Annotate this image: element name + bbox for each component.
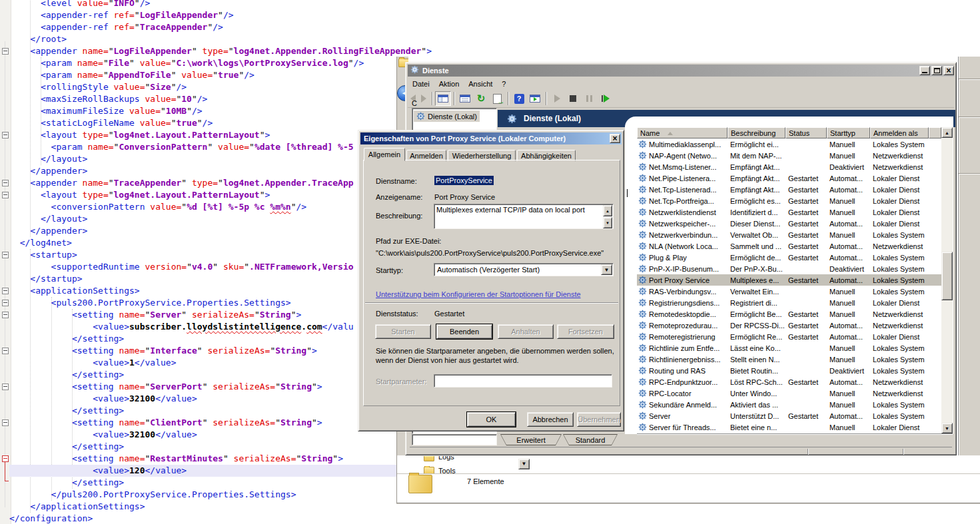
stop-service-icon[interactable] — [565, 91, 581, 106]
service-row[interactable]: Remotedesktopdie...Ermöglicht Be...Gesta… — [637, 308, 941, 320]
service-row[interactable]: Net.Pipe-Listenera...Empfängt Akt...Gest… — [637, 172, 941, 184]
service-row[interactable]: ServerUnterstützt D...GestartetAutomat..… — [637, 410, 941, 421]
code-line[interactable]: <conversionPattern value="%d [%t] %-5p %… — [9, 201, 306, 213]
code-line[interactable]: <applicationSettings> — [9, 285, 140, 297]
folder-item[interactable]: Logs — [424, 455, 454, 463]
code-line[interactable]: <param name="AppendToFile" value="true"/… — [9, 69, 254, 81]
services-titlebar[interactable]: Dienste × — [408, 65, 954, 77]
column-header-name[interactable]: Name — [637, 127, 728, 138]
service-row[interactable]: NAP-Agent (Netwo...Mit dem NAP-...Manuel… — [637, 150, 941, 161]
code-line[interactable]: <appender name="LogFileAppender" type="l… — [9, 45, 432, 57]
service-row[interactable]: RPC-LocatorUnter Windo...ManuellNetzwerk… — [637, 388, 941, 399]
startup-type-combobox[interactable]: Automatisch (Verzögerter Start) ▼ — [434, 263, 614, 276]
code-line[interactable]: </appender> — [9, 225, 87, 237]
fold-marker-icon[interactable] — [2, 252, 9, 258]
service-row[interactable]: Net.Msmq-Listener...Empfängt Akt...Deakt… — [637, 161, 941, 172]
scroll-up-icon[interactable]: ▲ — [941, 127, 953, 138]
maximize-button[interactable] — [931, 66, 942, 75]
code-line[interactable]: </setting> — [9, 477, 124, 489]
fold-marker-icon[interactable] — [2, 48, 9, 55]
menu-item-aktion[interactable]: Aktion — [434, 79, 464, 89]
service-row[interactable]: Net.Tcp-Listenerad...Empfängt Akt...Gest… — [637, 184, 941, 195]
code-line[interactable]: </appender> — [9, 165, 87, 177]
startup-options-help-link[interactable]: Unterstützung beim Konfigurieren der Sta… — [376, 290, 581, 298]
service-row[interactable]: Richtlinienergebniss...Stellt einen N...… — [637, 354, 941, 365]
help-icon[interactable]: ? — [511, 91, 527, 106]
fold-marker-icon[interactable] — [2, 419, 9, 426]
properties-icon[interactable] — [457, 91, 473, 106]
description-scroll-up-icon[interactable]: ▲ — [603, 205, 612, 216]
fold-marker-icon[interactable] — [2, 180, 9, 186]
apply-button[interactable]: Übernehmen — [577, 412, 621, 427]
service-row[interactable]: RPC-Endpunktzuor...Löst RPC-Sch...Gestar… — [637, 376, 941, 388]
service-row[interactable]: Richtlinie zum Entfe...Lässt eine Ko...M… — [637, 342, 941, 354]
service-row[interactable]: Registrierungsdiens...Registriert di...M… — [637, 297, 941, 308]
code-line[interactable]: <setting name="RestartMinutes" serialize… — [9, 453, 343, 465]
service-row[interactable]: Port Proxy ServiceMultiplexes e...Gestar… — [637, 274, 941, 286]
code-line[interactable]: <appender name="TraceAppender" type="log… — [9, 177, 354, 189]
service-row[interactable]: Remoteprozedurau...Der RPCSS-Di...Gestar… — [637, 320, 941, 331]
code-line[interactable]: </setting> — [9, 441, 124, 453]
service-name-value[interactable]: PortProxyService — [434, 176, 494, 185]
scrollbar-thumb[interactable] — [941, 252, 953, 300]
fold-marker-icon[interactable] — [2, 312, 9, 318]
code-line[interactable]: </setting> — [9, 369, 124, 381]
description-scroll-down-icon[interactable]: ▼ — [603, 217, 612, 228]
code-line[interactable]: <puls200.PortProxyService.Properties.Set… — [9, 297, 291, 309]
code-line[interactable]: <maxSizeRollBackups value="10"/> — [9, 93, 207, 105]
refresh-icon[interactable]: ↻ — [473, 91, 489, 106]
tree-item-dienste-lokal[interactable]: Dienste (Lokal) — [414, 111, 480, 122]
code-line[interactable]: </root> — [9, 33, 67, 45]
export-list-icon[interactable]: → — [489, 91, 505, 106]
service-row[interactable]: Server für Threads...Bietet eine n...Man… — [637, 421, 941, 433]
tab-standard[interactable]: Standard — [563, 434, 618, 445]
code-line[interactable]: <setting name="Interface" serializeAs="S… — [9, 345, 317, 357]
close-button[interactable]: × — [943, 66, 954, 75]
code-line[interactable]: <setting name="ClientPort" serializeAs="… — [9, 417, 322, 429]
code-line[interactable]: </puls200.PortProxyService.Properties.Se… — [9, 489, 296, 501]
code-line[interactable]: <value>32100</value> — [9, 429, 197, 441]
minimize-button[interactable] — [919, 66, 930, 75]
code-line[interactable]: <value>32100</value> — [9, 393, 197, 405]
dialog-close-icon[interactable]: × — [610, 134, 620, 143]
restart-service-icon[interactable] — [597, 91, 613, 106]
column-header-beschreibung[interactable]: Beschreibung — [728, 127, 785, 138]
tab-erweitert[interactable]: Erweitert — [500, 434, 562, 445]
stop-button[interactable]: Beenden — [436, 324, 492, 339]
service-row[interactable]: Plug & PlayErmöglicht de...GestartetAuto… — [637, 252, 941, 263]
code-line[interactable]: </configuration> — [9, 513, 93, 524]
service-row[interactable]: NetzwerklistendienstIdentifiziert d...Ge… — [637, 206, 941, 218]
folder-item[interactable]: Tools — [424, 466, 456, 473]
vertical-scrollbar[interactable]: ▲ ▼ — [941, 127, 953, 433]
service-row[interactable]: Multimediaklassenpl...Ermöglicht ei...Ma… — [637, 138, 941, 150]
code-line[interactable]: <supportedRuntime version="v4.0" sku=".N… — [9, 261, 354, 273]
forward-icon[interactable] — [421, 95, 426, 103]
extended-view-icon[interactable] — [527, 91, 543, 106]
fold-marker-icon[interactable] — [2, 348, 9, 354]
explorer-dropdown-button[interactable]: ▼ — [518, 459, 530, 469]
service-row[interactable]: Netzwerkverbindun...Verwaltet Ob...Gesta… — [637, 229, 941, 240]
tab-allgemein[interactable]: Allgemein — [364, 148, 405, 161]
description-field[interactable]: Multiplexes external TCP/IP data on loca… — [434, 204, 614, 229]
fold-marker-icon[interactable] — [2, 455, 9, 462]
fold-marker-icon[interactable] — [2, 132, 9, 138]
code-line[interactable]: <setting name="ServerPort" serializeAs="… — [9, 381, 322, 393]
code-line[interactable]: <appender-ref ref="LogFileAppender"/> — [9, 9, 234, 21]
code-line[interactable]: </layout> — [9, 153, 87, 165]
service-row[interactable]: Netzwerkspeicher-...Dieser Dienst...Gest… — [637, 218, 941, 229]
code-line[interactable]: </applicationSettings> — [9, 501, 145, 513]
service-row[interactable]: RAS-Verbindungsv...Verwaltet Ein...Manue… — [637, 286, 941, 297]
code-line[interactable]: <layout type="log4net.Layout.PatternLayo… — [9, 189, 270, 201]
dialog-titlebar[interactable]: Eigenschaften von Port Proxy Service (Lo… — [360, 132, 622, 144]
code-line[interactable]: <setting name="Server" serializeAs="Stri… — [9, 309, 301, 321]
code-line[interactable]: <startup> — [9, 249, 77, 261]
code-line[interactable]: </startup> — [9, 273, 83, 285]
resume-button[interactable]: Fortsetzen — [557, 324, 614, 339]
code-line[interactable]: <level value="INFO"/> — [9, 0, 150, 9]
pause-service-icon[interactable] — [581, 91, 597, 106]
pause-button[interactable]: Anhalten — [498, 324, 554, 339]
code-line[interactable]: <value>subscriber.lloydslistintelligence… — [9, 321, 354, 333]
code-line[interactable]: <appender-ref ref="TraceAppender"/> — [9, 21, 223, 33]
service-row[interactable]: Routing und RASBietet Routin...Deaktivie… — [637, 365, 941, 376]
code-line[interactable]: <param name="File" value="C:\work\logs\P… — [9, 57, 364, 69]
